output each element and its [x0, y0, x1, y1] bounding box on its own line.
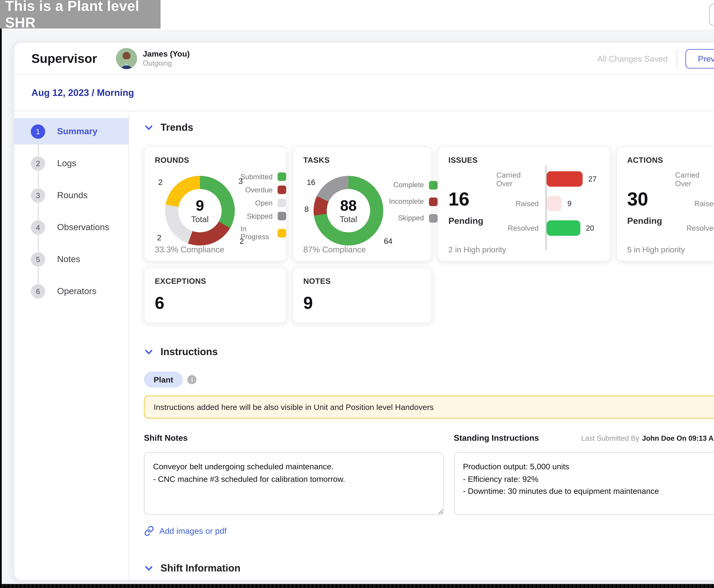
bar: [547, 220, 580, 236]
info-icon[interactable]: i: [187, 375, 197, 384]
legend-swatch: [429, 197, 438, 206]
rounds-card: ROUNDS 9 Total 3222 SubmittedOverdueOpen…: [144, 146, 287, 261]
user-status: Outgoing: [143, 59, 190, 68]
issues-priority-footer: 2 in High priority: [448, 245, 506, 254]
shift-information-section-toggle[interactable]: Shift Information: [144, 562, 714, 580]
bar-category-label: Resolved: [496, 220, 546, 236]
legend-swatch: [278, 172, 286, 181]
app-window: This is a Plant level SHR PDF View Super…: [0, 0, 714, 588]
step-number: 4: [31, 220, 45, 234]
actions-card: ACTIONS 30 Pending Carried OverRaisedRes…: [616, 146, 714, 261]
trends-section-title: Trends: [161, 122, 193, 133]
segment-value-label: 2: [157, 233, 161, 242]
exceptions-value: 6: [155, 293, 276, 313]
instructions-banner-text: Instructions added here will be also vis…: [154, 402, 434, 412]
step-label: Operators: [57, 286, 97, 296]
bar-row: 20: [547, 220, 600, 236]
bar-category-label: Carried Over: [675, 171, 714, 187]
role-title: Supervisor: [32, 51, 111, 66]
user-block: James (You) Outgoing: [116, 48, 190, 69]
bar: [547, 196, 562, 211]
legend-label: Overdue: [245, 186, 272, 194]
view-pdf-button[interactable]: PDF View: [709, 3, 714, 26]
last-submitted-by: John Doe On 09:13 AM: [642, 435, 714, 442]
actions-bar-chart: Carried OverRaisedResolved 14237: [675, 166, 714, 250]
legend-item: Complete: [389, 181, 438, 189]
sidebar-item-rounds[interactable]: 3Rounds: [14, 182, 128, 208]
step-number: 1: [31, 124, 45, 139]
header-actions: All Changes Saved Previous Next: [597, 49, 714, 68]
step-number: 2: [31, 156, 45, 170]
segment-value-label: 2: [240, 237, 244, 246]
segment-value-label: 16: [307, 178, 315, 187]
plant-level-chip[interactable]: Plant: [144, 372, 183, 387]
legend-item: Submitted: [241, 172, 286, 181]
legend-label: Open: [255, 199, 272, 207]
instructions-section-toggle[interactable]: Instructions: [144, 346, 714, 358]
exceptions-card-title: EXCEPTIONS: [155, 277, 276, 286]
step-label: Observations: [57, 222, 109, 232]
trends-section-toggle[interactable]: Trends: [144, 122, 714, 133]
step-label: Rounds: [57, 190, 88, 201]
issues-card-title: ISSUES: [448, 156, 600, 164]
step-number: 3: [31, 188, 45, 202]
sidebar-item-operators[interactable]: 6Operators: [14, 278, 128, 304]
legend-swatch: [278, 229, 286, 237]
standing-instructions-field: Standing Instructions Last Submitted By …: [454, 433, 714, 515]
instructions-banner: Instructions added here will be also vis…: [144, 396, 714, 418]
instructions-section-title: Instructions: [161, 346, 218, 358]
issues-pending-label: Pending: [448, 216, 496, 226]
actions-pending-label: Pending: [627, 216, 675, 226]
top-bar: This is a Plant level SHR PDF View: [0, 0, 714, 30]
legend-label: Skipped: [398, 214, 424, 222]
avatar: [116, 48, 137, 69]
divider: [677, 50, 677, 67]
shift-notes-textarea[interactable]: Conveyor belt undergoing scheduled maint…: [144, 452, 444, 515]
rounds-compliance: 33.3% Compliance: [155, 245, 224, 254]
bar-value-label: 20: [586, 224, 594, 232]
segment-value-label: 2: [158, 178, 163, 187]
sidebar-item-summary[interactable]: 1Summary: [14, 118, 128, 144]
previous-button[interactable]: Previous: [686, 49, 714, 68]
standing-instructions-box: Production output: 5,000 units - Efficie…: [454, 452, 714, 515]
save-status: All Changes Saved: [597, 54, 668, 63]
bar-row: 9: [547, 196, 600, 211]
page-title-banner: This is a Plant level SHR: [0, 0, 161, 28]
add-images-or-pdf-link[interactable]: Add images or pdf: [144, 526, 227, 536]
bar-category-label: Carried Over: [496, 171, 546, 187]
chevron-down-icon: [144, 123, 154, 132]
sidebar-item-observations[interactable]: 4Observations: [14, 214, 128, 240]
issues-pending-value: 16: [448, 188, 496, 210]
rounds-legend: SubmittedOverdueOpenSkippedIn Progress: [241, 168, 286, 246]
chevron-down-icon: [144, 347, 154, 357]
notes-card-title: NOTES: [303, 277, 421, 286]
user-name: James (You): [143, 49, 190, 59]
notes-value: 9: [303, 293, 421, 313]
legend-swatch: [278, 186, 286, 194]
tasks-card: TASKS 88 Total 64816 CompleteIncompleteS…: [292, 146, 432, 261]
shift-date-selector[interactable]: Aug 12, 2023 / Morning: [32, 87, 134, 98]
card-header: Supervisor James (You) Outgoing: [14, 43, 714, 75]
legend-label: Complete: [393, 181, 424, 189]
bar-row: 27: [547, 171, 600, 187]
summary-content: Trends ROUNDS 9 Total: [129, 111, 714, 580]
tasks-card-title: TASKS: [303, 156, 421, 164]
shift-information-section-title: Shift Information: [161, 562, 241, 574]
segment-value-label: 8: [304, 205, 309, 214]
notes-card: NOTES 9: [292, 267, 432, 323]
rounds-total: 9: [196, 198, 204, 213]
date-row: Aug 12, 2023 / Morning: [14, 75, 714, 111]
bar-category-label: Resolved: [675, 220, 714, 236]
legend-swatch: [278, 212, 286, 220]
sidebar-item-notes[interactable]: 5Notes: [14, 246, 128, 272]
actions-pending-value: 30: [627, 188, 675, 210]
standing-instructions-label: Standing Instructions: [454, 433, 539, 442]
legend-item: Overdue: [241, 186, 286, 194]
legend-label: Skipped: [247, 212, 272, 220]
legend-item: Open: [241, 199, 286, 207]
legend-label: In Progress: [241, 225, 272, 241]
bar-value-label: 27: [588, 175, 597, 183]
actions-priority-footer: 5 in High priority: [627, 245, 685, 254]
rounds-total-label: Total: [191, 214, 209, 224]
sidebar-item-logs[interactable]: 2Logs: [14, 150, 128, 176]
